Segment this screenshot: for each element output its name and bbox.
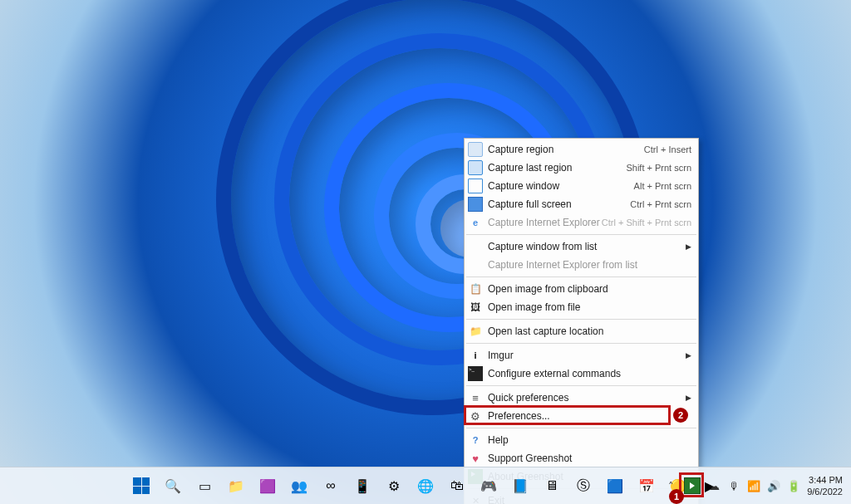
volume-icon[interactable]: 🔊 — [767, 479, 780, 492]
menu-capture-region[interactable]: Capture regionCtrl + Insert — [465, 140, 698, 159]
menu-open-clipboard[interactable]: Open image from clipboard — [465, 280, 698, 298]
taskbar-word[interactable]: 📘 — [506, 472, 534, 500]
clock[interactable]: 3:44 PM 9/6/2022 — [807, 474, 846, 497]
menu-support[interactable]: Support Greenshot — [465, 449, 698, 467]
menu-label: Capture window — [488, 180, 634, 192]
list-icon — [468, 390, 483, 405]
taskbar-app-dark[interactable]: 🟪 — [253, 472, 282, 500]
taskbar-teams-2[interactable]: 🟦 — [601, 472, 629, 500]
clock-time: 3:44 PM — [807, 474, 843, 486]
menu-shortcut: Ctrl + Prnt scrn — [630, 199, 691, 209]
annotation-box-preferences — [464, 405, 671, 425]
submenu-arrow-icon: ▶ — [683, 394, 691, 402]
menu-label: Capture window from list — [488, 241, 683, 252]
taskbar-store[interactable]: 🛍 — [443, 472, 471, 500]
taskbar-edge[interactable]: 🌐 — [411, 472, 440, 500]
menu-capture-ie-list: Capture Internet Explorer from list — [465, 256, 698, 274]
blank-icon — [468, 239, 483, 254]
menu-open-file[interactable]: Open image from file — [465, 298, 698, 316]
menu-separator — [466, 319, 696, 320]
menu-label: Help — [488, 434, 691, 446]
taskbar-phone[interactable]: 📱 — [348, 472, 376, 500]
taskbar-remote-desktop[interactable]: 🖥 — [538, 472, 566, 500]
desktop[interactable]: Capture regionCtrl + InsertCapture last … — [0, 0, 851, 504]
menu-separator — [466, 343, 696, 344]
menu-shortcut: Alt + Prnt scrn — [634, 181, 691, 191]
menu-open-last-location[interactable]: Open last capture location — [465, 322, 698, 340]
menu-label: Open image from clipboard — [488, 283, 691, 295]
help-icon — [468, 433, 483, 448]
clip-icon — [468, 281, 483, 296]
wifi-icon[interactable]: 📶 — [747, 479, 760, 492]
folder-icon — [468, 324, 483, 339]
taskbar: 🔍▭📁🟪👥∞📱⚙🌐🛍🎮📘🖥Ⓢ🟦📅🟡▶ ˄ ☁ 🎙 📶 🔊 🔋 3:44 PM 9… — [0, 467, 851, 504]
img-icon — [468, 300, 483, 315]
menu-label: Capture full screen — [488, 198, 630, 210]
menu-capture-window[interactable]: Capture windowAlt + Prnt scrn — [465, 177, 698, 195]
last-icon — [468, 160, 483, 175]
imgur-icon: i — [468, 348, 483, 363]
taskbar-file-explorer[interactable]: 📁 — [222, 472, 250, 500]
menu-separator — [466, 385, 696, 386]
menu-label: Open image from file — [488, 301, 691, 313]
menu-configure-cmds[interactable]: Configure external commands — [465, 365, 698, 383]
taskbar-apps: 🔍▭📁🟪👥∞📱⚙🌐🛍🎮📘🖥Ⓢ🟦📅🟡▶ — [127, 472, 724, 500]
win-icon — [468, 179, 483, 193]
full-icon — [468, 197, 483, 212]
battery-icon[interactable]: 🔋 — [787, 479, 800, 492]
menu-shortcut: Ctrl + Shift + Prnt scrn — [602, 218, 691, 228]
menu-shortcut: Shift + Prnt scrn — [626, 163, 691, 173]
greenshot-context-menu: Capture regionCtrl + InsertCapture last … — [464, 138, 699, 504]
menu-capture-window-list[interactable]: Capture window from list▶ — [465, 237, 698, 256]
heart-icon — [468, 451, 483, 466]
microphone-icon[interactable]: 🎙 — [727, 479, 740, 492]
menu-label: Quick preferences — [488, 392, 683, 404]
windows-logo-icon — [133, 477, 150, 494]
menu-label: Imgur — [488, 350, 683, 361]
menu-label: Capture region — [488, 144, 644, 155]
taskbar-xbox[interactable]: 🎮 — [475, 472, 503, 500]
taskbar-calendar[interactable]: 📅 — [632, 472, 661, 500]
menu-capture-ie: eCapture Internet ExplorerCtrl + Shift +… — [465, 213, 698, 232]
submenu-arrow-icon: ▶ — [683, 242, 691, 251]
menu-separator — [466, 234, 696, 235]
taskbar-visual-studio[interactable]: ∞ — [317, 472, 345, 500]
menu-label: Configure external commands — [488, 368, 691, 379]
cfg-icon — [468, 366, 483, 381]
annotation-marker-2: 2 — [673, 408, 688, 423]
taskbar-search[interactable]: 🔍 — [159, 472, 187, 500]
taskbar-settings[interactable]: ⚙ — [380, 472, 408, 500]
menu-help[interactable]: Help — [465, 431, 698, 449]
ie-icon: e — [468, 215, 483, 230]
menu-capture-full-screen[interactable]: Capture full screenCtrl + Prnt scrn — [465, 195, 698, 213]
menu-separator — [466, 428, 696, 428]
submenu-arrow-icon: ▶ — [683, 351, 691, 360]
taskbar-task-view[interactable]: ▭ — [190, 472, 219, 500]
taskbar-start[interactable] — [127, 472, 155, 500]
menu-label: Open last capture location — [488, 325, 691, 337]
menu-label: Capture Internet Explorer — [488, 217, 602, 228]
menu-label: Capture Internet Explorer from list — [488, 259, 691, 271]
region-icon — [468, 142, 483, 157]
menu-separator — [466, 276, 696, 277]
taskbar-skype[interactable]: Ⓢ — [569, 472, 598, 500]
menu-quick-prefs[interactable]: Quick preferences▶ — [465, 389, 698, 407]
menu-capture-last-region[interactable]: Capture last regionShift + Prnt scrn — [465, 159, 698, 177]
menu-label: Support Greenshot — [488, 453, 691, 464]
menu-shortcut: Ctrl + Insert — [644, 144, 691, 154]
menu-imgur[interactable]: iImgur▶ — [465, 346, 698, 365]
blank-icon — [468, 257, 483, 272]
onedrive-icon[interactable]: ☁ — [707, 479, 721, 492]
taskbar-teams[interactable]: 👥 — [285, 472, 313, 500]
clock-date: 9/6/2022 — [807, 486, 843, 497]
menu-label: Capture last region — [488, 162, 626, 174]
